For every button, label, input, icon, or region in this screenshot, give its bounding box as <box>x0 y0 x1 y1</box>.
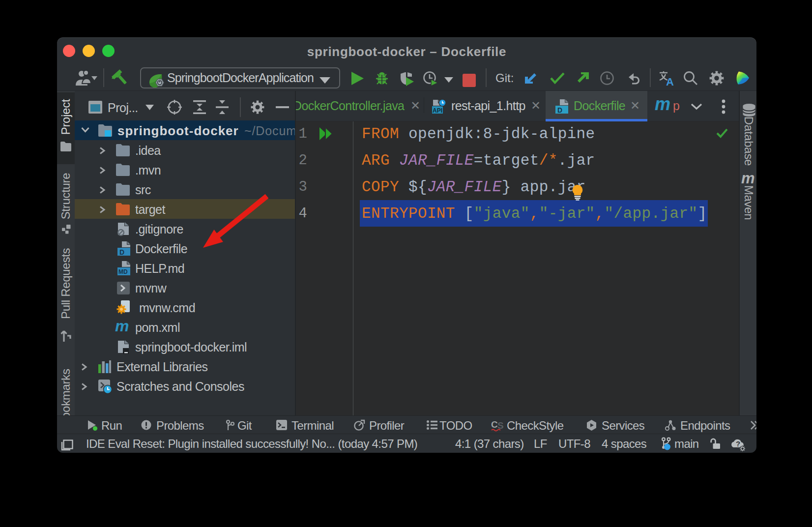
svg-text:D: D <box>119 248 124 256</box>
svg-text:A: A <box>666 76 674 88</box>
svg-text:MD: MD <box>118 268 128 275</box>
svg-text:?: ? <box>736 439 740 448</box>
svg-text:API: API <box>433 107 442 114</box>
svg-text:C: C <box>491 419 498 430</box>
svg-text:D: D <box>557 106 562 114</box>
